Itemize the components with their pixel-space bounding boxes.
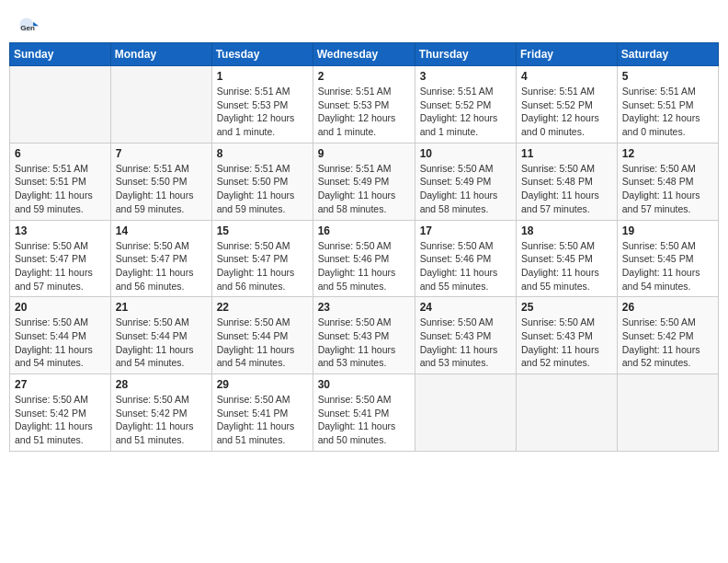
- day-number: 6: [15, 147, 106, 160]
- day-number: 21: [116, 301, 207, 314]
- calendar-cell: 20Sunrise: 5:50 AM Sunset: 5:44 PM Dayli…: [10, 297, 111, 374]
- calendar-cell: 23Sunrise: 5:50 AM Sunset: 5:43 PM Dayli…: [313, 297, 415, 374]
- calendar-header: SundayMondayTuesdayWednesdayThursdayFrid…: [10, 43, 719, 66]
- day-info: Sunrise: 5:50 AM Sunset: 5:47 PM Dayligh…: [116, 239, 207, 293]
- day-number: 27: [15, 378, 106, 391]
- calendar-cell: 4Sunrise: 5:51 AM Sunset: 5:52 PM Daylig…: [517, 66, 618, 144]
- weekday-header-row: SundayMondayTuesdayWednesdayThursdayFrid…: [10, 43, 719, 66]
- calendar-cell: 26Sunrise: 5:50 AM Sunset: 5:42 PM Dayli…: [617, 297, 718, 374]
- day-info: Sunrise: 5:50 AM Sunset: 5:47 PM Dayligh…: [15, 239, 106, 293]
- day-number: 8: [217, 147, 308, 160]
- day-number: 4: [521, 70, 612, 83]
- calendar-cell: 6Sunrise: 5:51 AM Sunset: 5:51 PM Daylig…: [10, 143, 111, 220]
- calendar-cell: 27Sunrise: 5:50 AM Sunset: 5:42 PM Dayli…: [10, 374, 111, 452]
- day-number: 13: [15, 224, 106, 237]
- day-info: Sunrise: 5:50 AM Sunset: 5:41 PM Dayligh…: [217, 393, 308, 447]
- day-number: 18: [521, 224, 612, 237]
- calendar-week-3: 13Sunrise: 5:50 AM Sunset: 5:47 PM Dayli…: [10, 220, 719, 297]
- calendar-cell: 18Sunrise: 5:50 AM Sunset: 5:45 PM Dayli…: [517, 220, 618, 297]
- day-info: Sunrise: 5:50 AM Sunset: 5:47 PM Dayligh…: [217, 239, 308, 293]
- day-number: 24: [420, 301, 511, 314]
- day-number: 5: [622, 70, 713, 83]
- day-number: 16: [318, 224, 410, 237]
- weekday-header-tuesday: Tuesday: [211, 43, 313, 66]
- day-number: 12: [622, 147, 713, 160]
- weekday-header-friday: Friday: [517, 43, 618, 66]
- calendar-cell: 3Sunrise: 5:51 AM Sunset: 5:52 PM Daylig…: [415, 66, 516, 144]
- day-info: Sunrise: 5:51 AM Sunset: 5:49 PM Dayligh…: [318, 162, 410, 216]
- day-info: Sunrise: 5:50 AM Sunset: 5:41 PM Dayligh…: [318, 393, 410, 447]
- day-info: Sunrise: 5:50 AM Sunset: 5:43 PM Dayligh…: [521, 316, 612, 370]
- day-info: Sunrise: 5:50 AM Sunset: 5:44 PM Dayligh…: [217, 316, 308, 370]
- calendar-cell: 16Sunrise: 5:50 AM Sunset: 5:46 PM Dayli…: [313, 220, 415, 297]
- calendar-cell: 5Sunrise: 5:51 AM Sunset: 5:51 PM Daylig…: [617, 66, 718, 144]
- logo-icon: Gen: [18, 17, 39, 37]
- day-info: Sunrise: 5:50 AM Sunset: 5:48 PM Dayligh…: [622, 162, 713, 216]
- day-info: Sunrise: 5:50 AM Sunset: 5:44 PM Dayligh…: [15, 316, 106, 370]
- day-number: 15: [217, 224, 308, 237]
- day-info: Sunrise: 5:50 AM Sunset: 5:44 PM Dayligh…: [116, 316, 207, 370]
- day-info: Sunrise: 5:51 AM Sunset: 5:50 PM Dayligh…: [116, 162, 207, 216]
- day-info: Sunrise: 5:50 AM Sunset: 5:43 PM Dayligh…: [420, 316, 511, 370]
- day-number: 2: [318, 70, 410, 83]
- calendar-cell: 2Sunrise: 5:51 AM Sunset: 5:53 PM Daylig…: [313, 66, 415, 144]
- calendar-cell: 10Sunrise: 5:50 AM Sunset: 5:49 PM Dayli…: [415, 143, 516, 220]
- day-number: 7: [116, 147, 207, 160]
- calendar-week-2: 6Sunrise: 5:51 AM Sunset: 5:51 PM Daylig…: [10, 143, 719, 220]
- calendar-cell: 30Sunrise: 5:50 AM Sunset: 5:41 PM Dayli…: [313, 374, 415, 452]
- day-info: Sunrise: 5:51 AM Sunset: 5:50 PM Dayligh…: [217, 162, 308, 216]
- calendar-cell: [10, 66, 111, 144]
- svg-text:Gen: Gen: [20, 24, 35, 32]
- calendar-cell: 19Sunrise: 5:50 AM Sunset: 5:45 PM Dayli…: [617, 220, 718, 297]
- day-info: Sunrise: 5:50 AM Sunset: 5:42 PM Dayligh…: [622, 316, 713, 370]
- calendar-cell: 12Sunrise: 5:50 AM Sunset: 5:48 PM Dayli…: [617, 143, 718, 220]
- calendar: SundayMondayTuesdayWednesdayThursdayFrid…: [9, 42, 719, 452]
- day-number: 29: [217, 378, 308, 391]
- calendar-cell: [517, 374, 618, 452]
- day-info: Sunrise: 5:50 AM Sunset: 5:46 PM Dayligh…: [318, 239, 410, 293]
- day-info: Sunrise: 5:50 AM Sunset: 5:45 PM Dayligh…: [521, 239, 612, 293]
- day-info: Sunrise: 5:51 AM Sunset: 5:52 PM Dayligh…: [420, 85, 511, 139]
- calendar-cell: 13Sunrise: 5:50 AM Sunset: 5:47 PM Dayli…: [10, 220, 111, 297]
- day-info: Sunrise: 5:51 AM Sunset: 5:53 PM Dayligh…: [217, 85, 308, 139]
- day-info: Sunrise: 5:50 AM Sunset: 5:42 PM Dayligh…: [116, 393, 207, 447]
- day-info: Sunrise: 5:50 AM Sunset: 5:42 PM Dayligh…: [15, 393, 106, 447]
- calendar-cell: 8Sunrise: 5:51 AM Sunset: 5:50 PM Daylig…: [211, 143, 313, 220]
- calendar-cell: [617, 374, 718, 452]
- calendar-week-4: 20Sunrise: 5:50 AM Sunset: 5:44 PM Dayli…: [10, 297, 719, 374]
- day-number: 26: [622, 301, 713, 314]
- day-info: Sunrise: 5:50 AM Sunset: 5:45 PM Dayligh…: [622, 239, 713, 293]
- day-number: 3: [420, 70, 511, 83]
- calendar-week-5: 27Sunrise: 5:50 AM Sunset: 5:42 PM Dayli…: [10, 374, 719, 452]
- weekday-header-thursday: Thursday: [415, 43, 516, 66]
- calendar-cell: 24Sunrise: 5:50 AM Sunset: 5:43 PM Dayli…: [415, 297, 516, 374]
- day-number: 28: [116, 378, 207, 391]
- day-info: Sunrise: 5:51 AM Sunset: 5:51 PM Dayligh…: [622, 85, 713, 139]
- calendar-cell: 25Sunrise: 5:50 AM Sunset: 5:43 PM Dayli…: [517, 297, 618, 374]
- weekday-header-saturday: Saturday: [617, 43, 718, 66]
- day-number: 19: [622, 224, 713, 237]
- header: Gen: [9, 9, 719, 42]
- calendar-cell: 15Sunrise: 5:50 AM Sunset: 5:47 PM Dayli…: [211, 220, 313, 297]
- day-number: 9: [318, 147, 410, 160]
- calendar-cell: 28Sunrise: 5:50 AM Sunset: 5:42 PM Dayli…: [110, 374, 211, 452]
- day-info: Sunrise: 5:50 AM Sunset: 5:48 PM Dayligh…: [521, 162, 612, 216]
- day-number: 1: [217, 70, 308, 83]
- day-number: 25: [521, 301, 612, 314]
- calendar-cell: 22Sunrise: 5:50 AM Sunset: 5:44 PM Dayli…: [211, 297, 313, 374]
- day-number: 17: [420, 224, 511, 237]
- day-number: 10: [420, 147, 511, 160]
- weekday-header-wednesday: Wednesday: [313, 43, 415, 66]
- logo: Gen: [18, 17, 42, 37]
- calendar-cell: 17Sunrise: 5:50 AM Sunset: 5:46 PM Dayli…: [415, 220, 516, 297]
- calendar-cell: 14Sunrise: 5:50 AM Sunset: 5:47 PM Dayli…: [110, 220, 211, 297]
- calendar-cell: 11Sunrise: 5:50 AM Sunset: 5:48 PM Dayli…: [517, 143, 618, 220]
- calendar-cell: [110, 66, 211, 144]
- day-number: 23: [318, 301, 410, 314]
- day-info: Sunrise: 5:51 AM Sunset: 5:51 PM Dayligh…: [15, 162, 106, 216]
- day-info: Sunrise: 5:50 AM Sunset: 5:43 PM Dayligh…: [318, 316, 410, 370]
- calendar-cell: 1Sunrise: 5:51 AM Sunset: 5:53 PM Daylig…: [211, 66, 313, 144]
- weekday-header-sunday: Sunday: [10, 43, 111, 66]
- calendar-body: 1Sunrise: 5:51 AM Sunset: 5:53 PM Daylig…: [10, 66, 719, 452]
- calendar-cell: 9Sunrise: 5:51 AM Sunset: 5:49 PM Daylig…: [313, 143, 415, 220]
